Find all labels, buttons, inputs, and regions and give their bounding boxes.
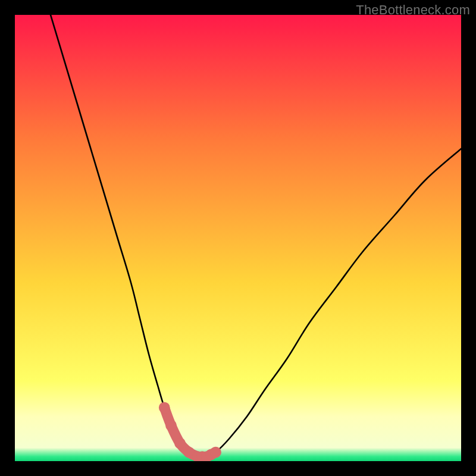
trough-marker-dot: [159, 402, 170, 414]
trough-marker-dots: [159, 402, 221, 461]
curve-path: [51, 15, 461, 457]
watermark-text: TheBottleneck.com: [356, 2, 470, 18]
trough-marker-dot: [174, 438, 186, 449]
chart-frame: TheBottleneck.com: [0, 0, 476, 476]
trough-marker-dot: [165, 420, 177, 431]
plot-area: [15, 15, 461, 461]
trough-marker-dot: [210, 447, 221, 458]
bottleneck-curve: [15, 15, 461, 461]
